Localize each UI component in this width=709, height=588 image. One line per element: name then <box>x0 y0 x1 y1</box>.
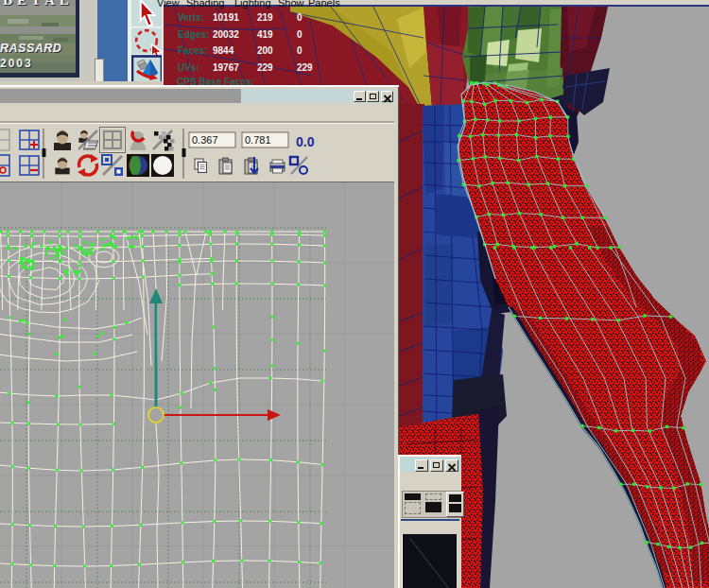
svg-text:0.0: 0.0 <box>296 134 315 149</box>
svg-text:0.781: 0.781 <box>245 134 271 146</box>
svg-text:0.367: 0.367 <box>192 134 218 146</box>
